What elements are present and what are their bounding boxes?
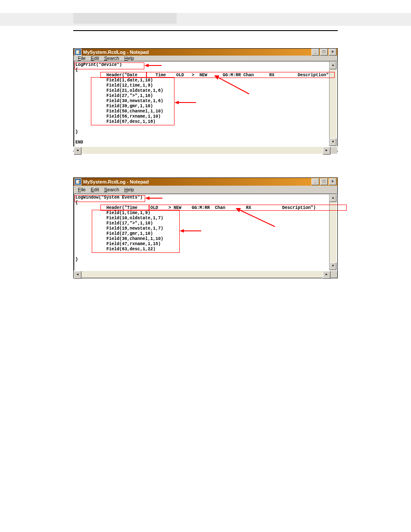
titlebar[interactable]: 📝 MySystem.RcdLog - Notepad _ □ × [74,49,337,56]
page-header-bar [0,13,411,26]
scroll-track[interactable] [81,147,323,154]
resize-grip[interactable] [330,271,337,278]
vertical-scrollbar[interactable]: ▲ ▼ [329,194,336,270]
notepad-window-2: 📝 MySystem.RcdLog - Notepad _ □ × File E… [74,178,337,278]
notepad-window-1: 📝 MySystem.RcdLog - Notepad _ □ × File E… [74,49,337,146]
maximize-button[interactable]: □ [320,49,328,56]
scroll-left-button[interactable]: ◄ [74,271,81,279]
horizontal-scrollbar[interactable]: ◄ ► [74,147,330,154]
menu-search[interactable]: Search [102,56,122,61]
minimize-button[interactable]: _ [311,178,319,185]
menu-help[interactable]: Help [122,56,137,61]
menu-help[interactable]: Help [122,187,137,192]
scroll-right-button[interactable]: ► [323,271,330,279]
horizontal-scrollbar[interactable]: ◄ ► [74,271,330,278]
window-title: MySystem.RcdLog - Notepad [83,50,311,55]
menu-edit[interactable]: Edit [88,187,102,192]
vertical-scrollbar[interactable]: ▲ ▼ [329,62,336,146]
text-area[interactable]: LogPrint("device") { Header("Date Time O… [75,62,329,146]
menu-search[interactable]: Search [102,187,122,192]
horizontal-rule [73,30,338,31]
text-area[interactable]: LogWindow("System Events") { Header("Tim… [75,194,329,270]
menubar: File Edit Search Help [74,186,337,193]
resize-grip[interactable] [330,147,337,154]
screenshot-1: 📝 MySystem.RcdLog - Notepad _ □ × File E… [73,48,338,146]
menu-file[interactable]: File [75,187,88,192]
app-icon: 📝 [75,178,81,185]
scroll-track[interactable] [330,202,336,262]
scroll-down-button[interactable]: ▼ [330,262,336,270]
maximize-button[interactable]: □ [320,178,328,185]
scroll-track[interactable] [330,69,336,138]
window-title: MySystem.RcdLog - Notepad [83,179,311,184]
screenshot-2: 📝 MySystem.RcdLog - Notepad _ □ × File E… [73,177,338,278]
close-button[interactable]: × [329,178,336,185]
scroll-up-button[interactable]: ▲ [330,62,336,69]
minimize-button[interactable]: _ [311,49,319,56]
menubar: File Edit Search Help [74,56,337,61]
menu-file[interactable]: File [75,56,88,61]
scroll-track[interactable] [81,271,323,278]
titlebar[interactable]: 📝 MySystem.RcdLog - Notepad _ □ × [74,178,337,186]
scroll-down-button[interactable]: ▼ [330,138,336,146]
page-header-inner [73,13,177,24]
close-button[interactable]: × [329,49,336,56]
scroll-right-button[interactable]: ► [323,147,330,155]
app-icon: 📝 [75,49,81,56]
scroll-left-button[interactable]: ◄ [74,147,81,155]
menu-edit[interactable]: Edit [88,56,102,61]
scroll-up-button[interactable]: ▲ [330,194,336,202]
